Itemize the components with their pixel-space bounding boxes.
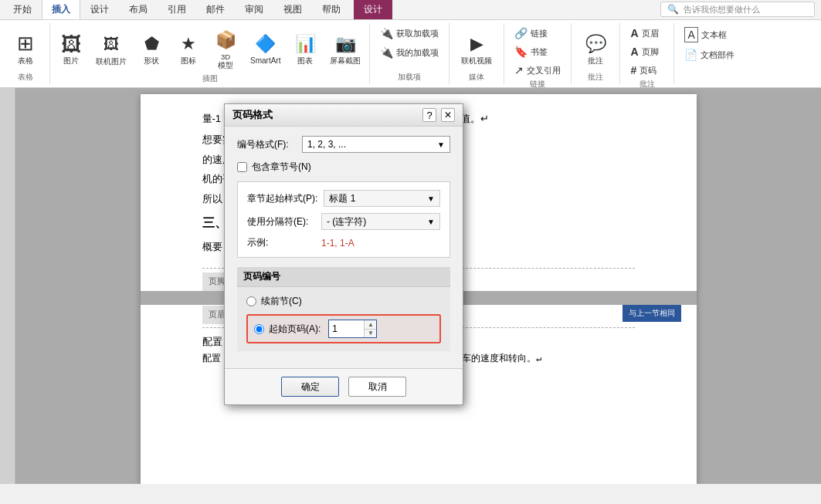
dialog-footer: 确定 取消 [225,368,463,404]
separator-row: 使用分隔符(E): - (连字符) ▼ [247,213,440,230]
chart-icon: 📊 [293,32,317,56]
continue-label: 续前节(C) [261,295,302,308]
example-value: 1-1, 1-A [321,238,355,249]
ribbon-tabs-bar: 开始 插入 设计 布局 引用 邮件 审阅 视图 帮助 设计 🔍 告诉我你想要做什… [0,0,821,20]
chapter-style-select[interactable]: 标题 1 ▼ [324,190,440,207]
ribbon-search[interactable]: 🔍 告诉我你想要做什么 [660,2,815,17]
picture-button[interactable]: 🖼 图片 [53,29,89,69]
bookmark-button[interactable]: 🔖 书签 [509,43,566,60]
cross-ref-button[interactable]: ↗ 交叉引用 [509,62,566,79]
confirm-button[interactable]: 确定 [281,377,339,397]
page-number-label: 页码 [639,65,656,76]
chart-button[interactable]: 📊 图表 [287,29,323,69]
include-chapter-checkbox[interactable] [237,162,247,172]
smartart-icon: 🔷 [253,32,278,56]
dialog: 页码格式 ? ✕ 编号格式(F): 1, 2, 3, ... ▼ [224,103,463,405]
shape-button[interactable]: ⬟ 形状 [134,29,169,69]
my-addins-button[interactable]: 🔌 我的加载项 [375,44,444,61]
header-label: 页眉 [642,28,659,39]
textbox-button[interactable]: A 文本框 [679,25,740,45]
separator-label: 使用分隔符(E): [247,215,315,228]
get-addins-icon: 🔌 [380,27,393,39]
icon-label: 图标 [181,56,196,66]
tab-help[interactable]: 帮助 [312,0,351,19]
online-video-button[interactable]: ▶ 联机视频 [456,25,497,72]
link-icon: 🔗 [514,27,528,39]
header-button[interactable]: A 页眉 [625,25,669,42]
page-number-icon: # [630,64,636,76]
ribbon-group-table: ⊞ 表格 表格 [2,23,50,84]
picture-label: 图片 [63,56,79,66]
cancel-button[interactable]: 取消 [348,377,406,397]
group-label-illustration: 插图 [53,73,366,84]
footer-label: 页脚 [642,46,659,58]
bookmark-label: 书签 [531,46,548,58]
picture-icon: 🖼 [59,32,83,56]
comment-label: 批注 [588,56,603,66]
textbox-label: 文本框 [701,29,727,41]
document-area[interactable]: 量-1，直到 0 位置，这个全局变量就是延时多少个 10us 的值。↵ 想要实现… [15,88,821,484]
continue-radio[interactable] [246,296,256,306]
start-value-input[interactable] [329,320,364,337]
ribbon-group-header-footer: A 页眉 A 页脚 # 页码 批注 [620,23,674,84]
tab-references[interactable]: 引用 [158,0,196,19]
online-picture-label: 联机图片 [96,57,127,66]
dialog-overlay: 页码格式 ? ✕ 编号格式(F): 1, 2, 3, ... ▼ [15,88,821,484]
my-addins-icon: 🔌 [380,46,393,59]
shape-label: 形状 [144,56,159,66]
tab-mailing[interactable]: 邮件 [196,0,235,19]
ribbon-content: ⊞ 表格 表格 🖼 图片 🖼 联机图片 ⬟ 形状 ★ 图标 📦 [0,20,821,88]
separator-select[interactable]: - (连字符) ▼ [321,213,440,230]
tab-insert[interactable]: 插入 [42,0,80,19]
textbox-icon: A [684,27,697,42]
comment-button[interactable]: 💬 批注 [578,25,613,72]
spinner-buttons: ▲ ▼ [364,320,376,337]
ribbon-group-comments: 💬 批注 批注 [572,23,620,84]
dialog-close-button[interactable]: ✕ [441,108,455,122]
smartart-button[interactable]: 🔷 SmartArt [245,29,286,69]
dialog-help-button[interactable]: ? [422,108,436,122]
group-label-comments: 批注 [588,72,603,83]
dialog-title: 页码格式 [232,108,273,122]
main-area: 量-1，直到 0 位置，这个全局变量就是延时多少个 10us 的值。↵ 想要实现… [0,88,821,484]
table-icon: ⊞ [13,32,38,56]
ribbon-group-illustration: 🖼 图片 🖼 联机图片 ⬟ 形状 ★ 图标 📦 3D模型 🔷 SmartAr [50,23,370,84]
separator-arrow: ▼ [427,218,435,226]
online-picture-button[interactable]: 🖼 联机图片 [90,29,132,69]
footer-button[interactable]: A 页脚 [625,43,669,60]
format-select[interactable]: 1, 2, 3, ... ▼ [302,136,450,153]
tab-design[interactable]: 设计 [80,0,119,19]
icon-icon: ★ [176,32,201,56]
cross-ref-label: 交叉引用 [527,65,561,76]
include-chapter-row: 包含章节号(N) [237,161,450,174]
tab-layout[interactable]: 布局 [119,0,158,19]
format-select-arrow: ▼ [437,140,445,149]
tab-view[interactable]: 视图 [273,0,312,19]
icon-button[interactable]: ★ 图标 [171,29,206,69]
tab-start[interactable]: 开始 [3,0,42,19]
include-chapter-label: 包含章节号(N) [252,161,311,174]
table-button[interactable]: ⊞ 表格 [8,25,43,72]
ribbon-group-media: ▶ 联机视频 媒体 [450,23,504,84]
doc-parts-button[interactable]: 📄 文档部件 [679,46,740,63]
page-number-button[interactable]: # 页码 [625,62,669,79]
header-icon: A [630,27,638,39]
link-button[interactable]: 🔗 链接 [509,25,566,42]
online-video-icon: ▶ [464,32,489,56]
doc-parts-icon: 📄 [684,49,697,61]
start-at-radio[interactable] [254,324,264,334]
tab-design2[interactable]: 设计 [354,0,392,19]
group-label-addins: 加载项 [375,72,444,83]
3d-model-button[interactable]: 📦 3D模型 [208,25,243,73]
spinner-up-button[interactable]: ▲ [365,320,376,330]
bookmark-icon: 🔖 [514,46,528,58]
footer-icon: A [630,46,638,58]
link-label: 链接 [531,28,548,39]
start-value-spinner[interactable]: ▲ ▼ [328,320,377,338]
spinner-down-button[interactable]: ▼ [365,330,376,338]
chapter-style-value: 标题 1 [329,192,355,205]
left-ruler [0,88,15,484]
screenshot-button[interactable]: 📷 屏幕截图 [324,29,366,69]
get-addins-button[interactable]: 🔌 获取加载项 [375,25,444,42]
tab-review[interactable]: 审阅 [235,0,273,19]
